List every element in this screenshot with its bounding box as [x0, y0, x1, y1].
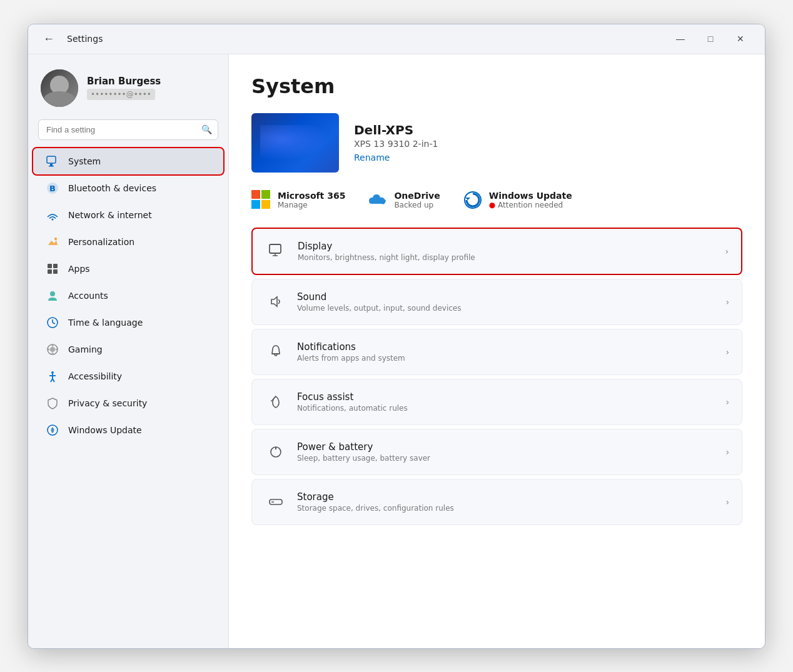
settings-item-power[interactable]: Power & battery Sleep, battery usage, ba…: [251, 429, 742, 475]
winupdate-icon: [463, 190, 483, 210]
rename-link[interactable]: Rename: [354, 153, 438, 163]
sound-title: Sound: [297, 291, 715, 303]
notifications-title: Notifications: [297, 341, 715, 353]
time-icon: [46, 316, 59, 329]
main-content: System Dell-XPS XPS 13 9310 2-in-1 Renam…: [228, 54, 765, 648]
settings-item-display[interactable]: Display Monitors, brightness, night ligh…: [251, 228, 742, 275]
search-icon: 🔍: [201, 124, 212, 134]
svg-text:B: B: [49, 184, 56, 193]
svg-rect-2: [49, 166, 54, 167]
power-title: Power & battery: [297, 441, 715, 453]
accounts-icon: [46, 289, 59, 303]
close-button[interactable]: ✕: [726, 29, 755, 49]
display-text: Display Monitors, brightness, night ligh…: [298, 241, 715, 262]
service-onedrive[interactable]: OneDrive Backed up: [368, 190, 440, 210]
power-text: Power & battery Sleep, battery usage, ba…: [297, 441, 715, 463]
focus-sub: Notifications, automatic rules: [297, 404, 715, 413]
sidebar-item-label-system: System: [68, 156, 101, 166]
svg-point-20: [56, 348, 58, 350]
sidebar-item-label-network: Network & internet: [68, 210, 152, 220]
device-model: XPS 13 9310 2-in-1: [354, 139, 438, 149]
windows-update-icon: [46, 423, 59, 437]
sidebar-item-label-accounts: Accounts: [68, 291, 108, 301]
back-button[interactable]: ←: [38, 30, 59, 48]
device-info: Dell-XPS XPS 13 9310 2-in-1 Rename: [354, 123, 438, 163]
svg-point-11: [50, 291, 55, 296]
sidebar-item-privacy[interactable]: Privacy & security: [33, 390, 223, 416]
svg-line-14: [53, 323, 55, 324]
svg-rect-0: [47, 156, 56, 163]
svg-rect-30: [261, 200, 270, 209]
minimize-button[interactable]: —: [666, 29, 695, 49]
user-name: Brian Burgess: [87, 76, 216, 87]
notifications-text: Notifications Alerts from apps and syste…: [297, 341, 715, 363]
display-sub: Monitors, brightness, night light, displ…: [298, 253, 715, 262]
system-icon: [46, 154, 59, 168]
svg-point-5: [52, 218, 54, 220]
onedrive-icon: [368, 190, 388, 210]
settings-window: ← Settings — □ ✕ Brian Burgess ••••••••@…: [28, 24, 765, 649]
svg-line-25: [53, 379, 54, 382]
settings-item-notifications[interactable]: Notifications Alerts from apps and syste…: [251, 329, 742, 375]
storage-chevron: ›: [725, 497, 729, 507]
sidebar-item-label-bluetooth: Bluetooth & devices: [68, 183, 156, 193]
user-email: ••••••••@••••: [87, 89, 155, 100]
sidebar-item-update[interactable]: Windows Update: [33, 417, 223, 443]
search-input[interactable]: [38, 119, 218, 140]
winupdate-label: Windows Update: [489, 191, 572, 201]
accessibility-icon: [46, 369, 59, 383]
svg-rect-8: [53, 264, 58, 268]
power-sub: Sleep, battery usage, battery saver: [297, 454, 715, 463]
sidebar-item-label-gaming: Gaming: [68, 344, 103, 354]
onedrive-label: OneDrive: [394, 191, 440, 201]
sidebar-item-label-time: Time & language: [68, 318, 143, 328]
sidebar-item-gaming[interactable]: Gaming: [33, 336, 223, 363]
sidebar-item-accounts[interactable]: Accounts: [33, 283, 223, 309]
svg-point-6: [54, 238, 57, 240]
sidebar-item-system[interactable]: System: [33, 148, 223, 174]
sidebar-item-label-accessibility: Accessibility: [68, 371, 122, 381]
svg-rect-7: [48, 264, 52, 268]
sidebar-item-apps[interactable]: Apps: [33, 256, 223, 282]
power-chevron: ›: [725, 447, 729, 457]
user-info: Brian Burgess ••••••••@••••: [87, 76, 216, 100]
svg-point-17: [52, 344, 54, 346]
sidebar-item-time[interactable]: Time & language: [33, 309, 223, 336]
sidebar-nav: System B Bluetooth & devices: [28, 148, 228, 444]
display-chevron: ›: [725, 246, 729, 256]
onedrive-sub: Backed up: [394, 201, 440, 209]
ms365-info: Microsoft 365 Manage: [278, 191, 345, 209]
bluetooth-icon: B: [46, 181, 59, 195]
settings-list: Display Monitors, brightness, night ligh…: [251, 228, 742, 525]
device-card: Dell-XPS XPS 13 9310 2-in-1 Rename: [251, 113, 742, 173]
sidebar-item-label-apps: Apps: [68, 264, 90, 274]
settings-item-sound[interactable]: Sound Volume levels, output, input, soun…: [251, 279, 742, 325]
search-box: 🔍: [38, 119, 218, 140]
titlebar-title: Settings: [67, 34, 103, 44]
svg-rect-29: [251, 200, 260, 209]
svg-rect-27: [251, 190, 260, 199]
sidebar-item-personalization[interactable]: Personalization: [33, 229, 223, 255]
sidebar-item-accessibility[interactable]: Accessibility: [33, 363, 223, 389]
service-ms365[interactable]: Microsoft 365 Manage: [251, 190, 345, 210]
sidebar-item-bluetooth[interactable]: B Bluetooth & devices: [33, 175, 223, 201]
device-thumbnail: [251, 113, 339, 173]
sidebar: Brian Burgess ••••••••@•••• 🔍: [28, 54, 228, 648]
sidebar-item-network[interactable]: Network & internet: [33, 202, 223, 228]
apps-icon: [46, 262, 59, 276]
storage-title: Storage: [297, 491, 715, 503]
display-title: Display: [298, 241, 715, 252]
privacy-icon: [46, 396, 59, 410]
settings-item-storage[interactable]: Storage Storage space, drives, configura…: [251, 479, 742, 525]
service-winupdate[interactable]: Windows Update ● Attention needed: [463, 190, 572, 210]
notifications-icon: [265, 341, 287, 363]
sound-chevron: ›: [725, 297, 729, 307]
page-title: System: [251, 74, 742, 98]
sidebar-item-label-privacy: Privacy & security: [68, 398, 147, 408]
svg-point-16: [50, 347, 55, 352]
settings-item-focus[interactable]: Focus assist Notifications, automatic ru…: [251, 379, 742, 425]
maximize-button[interactable]: □: [696, 29, 725, 49]
sound-text: Sound Volume levels, output, input, soun…: [297, 291, 715, 313]
focus-icon: [265, 391, 287, 413]
avatar: [41, 69, 78, 107]
